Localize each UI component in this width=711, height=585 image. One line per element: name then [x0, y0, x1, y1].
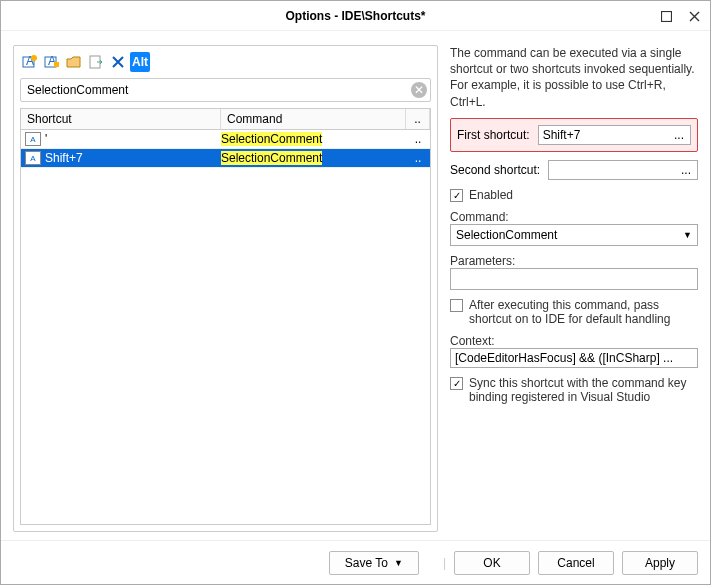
- svg-rect-4: [45, 57, 56, 67]
- header-shortcut[interactable]: Shortcut: [21, 109, 221, 129]
- shortcut-text: Shift+7: [45, 151, 83, 165]
- second-shortcut-browse[interactable]: ...: [679, 163, 693, 177]
- svg-text:A: A: [26, 54, 34, 68]
- header-more[interactable]: ..: [406, 109, 430, 129]
- cell-command: SelectionComment: [221, 130, 406, 148]
- copy-shortcut-icon: A: [44, 54, 60, 70]
- enabled-row[interactable]: Enabled: [450, 188, 698, 202]
- export-button[interactable]: [86, 52, 106, 72]
- clear-search-button[interactable]: ✕: [411, 82, 427, 98]
- second-shortcut-label: Second shortcut:: [450, 163, 540, 177]
- svg-rect-1: [23, 57, 34, 67]
- alt-label: Alt: [132, 55, 148, 69]
- close-icon: [689, 11, 700, 22]
- context-field[interactable]: [CodeEditorHasFocus] && ([InCSharp] ...: [450, 348, 698, 368]
- pass-to-ide-checkbox[interactable]: [450, 299, 463, 312]
- command-group: Command: SelectionComment ▼: [450, 210, 698, 246]
- delete-button[interactable]: [108, 52, 128, 72]
- grid-header: Shortcut Command ..: [21, 109, 430, 130]
- copy-shortcut-button[interactable]: A: [42, 52, 62, 72]
- table-row[interactable]: A Shift+7 SelectionComment ..: [21, 149, 430, 168]
- first-shortcut-field[interactable]: Shift+7 ...: [538, 125, 691, 145]
- table-row[interactable]: A ' SelectionComment ..: [21, 130, 430, 149]
- chevron-down-icon: ▼: [683, 230, 692, 240]
- parameters-group: Parameters:: [450, 254, 698, 290]
- cell-more[interactable]: ..: [406, 149, 430, 167]
- left-panel: A A Alt: [13, 45, 438, 532]
- chevron-down-icon: ▼: [394, 558, 403, 568]
- command-select[interactable]: SelectionComment ▼: [450, 224, 698, 246]
- delete-icon: [111, 55, 125, 69]
- titlebar: Options - IDE\Shortcuts*: [1, 1, 710, 31]
- toolbar: A A Alt: [20, 52, 431, 72]
- ok-button[interactable]: OK: [454, 551, 530, 575]
- command-text: SelectionComment: [221, 132, 322, 146]
- command-text: SelectionComment: [221, 151, 322, 165]
- first-shortcut-group: First shortcut: Shift+7 ...: [450, 118, 698, 152]
- maximize-button[interactable]: [658, 8, 674, 24]
- cell-shortcut: A Shift+7: [21, 149, 221, 167]
- cancel-button[interactable]: Cancel: [538, 551, 614, 575]
- add-shortcut-button[interactable]: A: [20, 52, 40, 72]
- shortcut-icon: A: [25, 151, 41, 165]
- command-value: SelectionComment: [456, 228, 557, 242]
- enabled-label: Enabled: [469, 188, 513, 202]
- pass-to-ide-label: After executing this command, pass short…: [469, 298, 698, 326]
- maximize-icon: [661, 11, 672, 22]
- window-controls: [658, 1, 702, 31]
- pass-to-ide-row[interactable]: After executing this command, pass short…: [450, 298, 698, 326]
- save-to-button[interactable]: Save To ▼: [329, 551, 419, 575]
- svg-rect-0: [661, 11, 671, 21]
- second-shortcut-field[interactable]: ...: [548, 160, 698, 180]
- sync-checkbox[interactable]: [450, 377, 463, 390]
- first-shortcut-value: Shift+7: [543, 128, 581, 142]
- parameters-input[interactable]: [450, 268, 698, 290]
- svg-point-3: [31, 55, 37, 61]
- svg-rect-6: [54, 62, 59, 67]
- sync-row[interactable]: Sync this shortcut with the command key …: [450, 376, 698, 404]
- options-window: Options - IDE\Shortcuts* A A: [0, 0, 711, 585]
- description-text: The command can be executed via a single…: [450, 45, 698, 110]
- command-label: Command:: [450, 210, 698, 224]
- header-command[interactable]: Command: [221, 109, 406, 129]
- cell-command: SelectionComment: [221, 149, 406, 167]
- shortcuts-grid: Shortcut Command .. A ' SelectionComment…: [20, 108, 431, 525]
- folder-open-icon: [66, 54, 82, 70]
- dialog-body: A A Alt: [1, 31, 710, 540]
- svg-rect-7: [90, 56, 100, 68]
- first-shortcut-browse[interactable]: ...: [672, 128, 686, 142]
- separator: |: [443, 556, 446, 570]
- grid-body[interactable]: A ' SelectionComment .. A Shift+7: [21, 130, 430, 524]
- alt-toggle-button[interactable]: Alt: [130, 52, 150, 72]
- right-panel: The command can be executed via a single…: [438, 45, 698, 532]
- enabled-checkbox[interactable]: [450, 189, 463, 202]
- parameters-label: Parameters:: [450, 254, 698, 268]
- search-input[interactable]: [20, 78, 431, 102]
- sync-label: Sync this shortcut with the command key …: [469, 376, 698, 404]
- first-shortcut-label: First shortcut:: [457, 128, 530, 142]
- save-to-label: Save To: [345, 556, 388, 570]
- context-group: Context: [CodeEditorHasFocus] && ([InCSh…: [450, 334, 698, 368]
- import-button[interactable]: [64, 52, 84, 72]
- shortcut-icon: A: [25, 132, 41, 146]
- export-icon: [88, 54, 104, 70]
- svg-text:A: A: [48, 54, 56, 68]
- close-button[interactable]: [686, 8, 702, 24]
- clear-icon: ✕: [414, 83, 424, 97]
- second-shortcut-group: Second shortcut: ...: [450, 160, 698, 180]
- context-value: [CodeEditorHasFocus] && ([InCSharp] ...: [455, 351, 673, 365]
- search-wrap: ✕: [20, 78, 431, 102]
- add-shortcut-icon: A: [22, 54, 38, 70]
- shortcut-text: ': [45, 132, 47, 146]
- context-label: Context:: [450, 334, 698, 348]
- cell-more[interactable]: ..: [406, 130, 430, 148]
- apply-button[interactable]: Apply: [622, 551, 698, 575]
- window-title: Options - IDE\Shortcuts*: [285, 9, 425, 23]
- cell-shortcut: A ': [21, 130, 221, 148]
- footer: Save To ▼ | OK Cancel Apply: [1, 540, 710, 584]
